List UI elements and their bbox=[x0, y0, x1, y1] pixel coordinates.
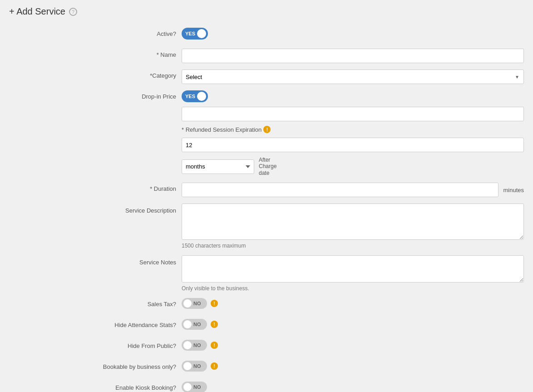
drop-in-price-input[interactable] bbox=[182, 107, 524, 121]
active-toggle-circle bbox=[197, 29, 206, 38]
hide-public-value: NO bbox=[193, 342, 201, 348]
notes-label: Service Notes bbox=[9, 255, 182, 266]
active-label: Active? bbox=[9, 28, 182, 37]
sales-tax-label: Sales Tax? bbox=[9, 298, 182, 308]
hide-attendance-label: Hide Attendance Stats? bbox=[9, 319, 182, 328]
hide-public-row: Hide From Public? NO ! bbox=[9, 340, 524, 354]
drop-in-toggle[interactable]: YES bbox=[182, 90, 208, 102]
help-icon[interactable]: ? bbox=[69, 8, 77, 16]
duration-input[interactable] bbox=[182, 183, 498, 197]
active-toggle[interactable]: YES bbox=[182, 28, 208, 40]
bookable-label: Bookable by business only? bbox=[9, 361, 182, 370]
description-textarea[interactable] bbox=[182, 203, 524, 240]
active-control: YES bbox=[182, 28, 524, 40]
hide-public-label: Hide From Public? bbox=[9, 340, 182, 349]
kiosk-row: Enable Kiosk Booking? NO bbox=[9, 382, 524, 392]
name-label: * Name bbox=[9, 49, 182, 58]
notes-hint: Only visible to the business. bbox=[182, 285, 524, 292]
refund-number-input[interactable] bbox=[182, 138, 524, 152]
bookable-control: NO ! bbox=[182, 361, 524, 372]
active-toggle-label: YES bbox=[185, 31, 195, 36]
sales-tax-row: Sales Tax? NO ! bbox=[9, 298, 524, 313]
bookable-row: Bookable by business only? NO ! bbox=[9, 361, 524, 375]
category-label: *Category bbox=[9, 69, 182, 79]
minutes-label: minutes bbox=[503, 187, 524, 194]
hide-attendance-value: NO bbox=[193, 322, 201, 327]
sales-tax-toggle[interactable]: NO bbox=[182, 298, 207, 309]
name-input[interactable] bbox=[182, 49, 524, 63]
description-row: Service Description 1500 characters maxi… bbox=[9, 203, 524, 249]
drop-in-toggle-label: YES bbox=[185, 94, 195, 99]
category-select[interactable]: Select bbox=[182, 69, 524, 84]
refund-period-select[interactable]: days weeks months years bbox=[182, 159, 254, 174]
active-row: Active? YES bbox=[9, 28, 524, 42]
page-header: + Add Service ? bbox=[0, 0, 533, 23]
category-row: *Category Select bbox=[9, 69, 524, 84]
hide-public-control: NO ! bbox=[182, 340, 524, 351]
hide-attendance-info-icon[interactable]: ! bbox=[211, 321, 218, 328]
refund-info-icon[interactable]: ! bbox=[263, 126, 271, 133]
sales-tax-value: NO bbox=[193, 301, 201, 306]
notes-row: Service Notes Only visible to the busine… bbox=[9, 255, 524, 292]
hide-attendance-circle bbox=[183, 320, 192, 328]
form-container: Active? YES * Name *Category Select Drop… bbox=[0, 23, 533, 392]
category-select-wrapper: Select bbox=[182, 69, 524, 84]
kiosk-circle bbox=[183, 383, 192, 391]
hide-public-circle bbox=[183, 341, 192, 349]
duration-control: minutes bbox=[182, 183, 524, 197]
drop-in-control: YES * Refunded Session Expiration ! days… bbox=[182, 90, 524, 176]
hide-attendance-toggle[interactable]: NO bbox=[182, 319, 207, 330]
bookable-toggle[interactable]: NO bbox=[182, 361, 207, 372]
name-row: * Name bbox=[9, 49, 524, 63]
category-control: Select bbox=[182, 69, 524, 84]
kiosk-toggle[interactable]: NO bbox=[182, 382, 207, 392]
notes-textarea[interactable] bbox=[182, 255, 524, 283]
bookable-value: NO bbox=[193, 363, 201, 369]
kiosk-label: Enable Kiosk Booking? bbox=[9, 382, 182, 391]
hide-attendance-row: Hide Attendance Stats? NO ! bbox=[9, 319, 524, 333]
kiosk-value: NO bbox=[193, 384, 201, 390]
drop-in-toggle-circle bbox=[197, 92, 206, 101]
after-charge-text: After Charge date bbox=[259, 157, 286, 176]
description-control: 1500 characters maximum bbox=[182, 203, 524, 249]
description-label: Service Description bbox=[9, 203, 182, 214]
drop-in-label: Drop-in Price bbox=[9, 90, 182, 100]
char-limit-text: 1500 characters maximum bbox=[182, 243, 524, 249]
sales-tax-info-icon[interactable]: ! bbox=[211, 300, 218, 307]
sales-tax-control: NO ! bbox=[182, 298, 524, 309]
bookable-circle bbox=[183, 362, 192, 370]
kiosk-control: NO bbox=[182, 382, 524, 392]
name-control bbox=[182, 49, 524, 63]
duration-row: * Duration minutes bbox=[9, 183, 524, 197]
page-title: + Add Service bbox=[9, 6, 65, 17]
sales-tax-circle bbox=[183, 299, 192, 308]
refund-session-label: * Refunded Session Expiration ! bbox=[182, 126, 271, 133]
bookable-info-icon[interactable]: ! bbox=[211, 362, 218, 370]
notes-control: Only visible to the business. bbox=[182, 255, 524, 292]
hide-attendance-control: NO ! bbox=[182, 319, 524, 330]
hide-public-info-icon[interactable]: ! bbox=[211, 342, 218, 349]
hide-public-toggle[interactable]: NO bbox=[182, 340, 207, 351]
duration-label: * Duration bbox=[9, 183, 182, 192]
drop-in-row: Drop-in Price YES * Refunded Session Exp… bbox=[9, 90, 524, 176]
